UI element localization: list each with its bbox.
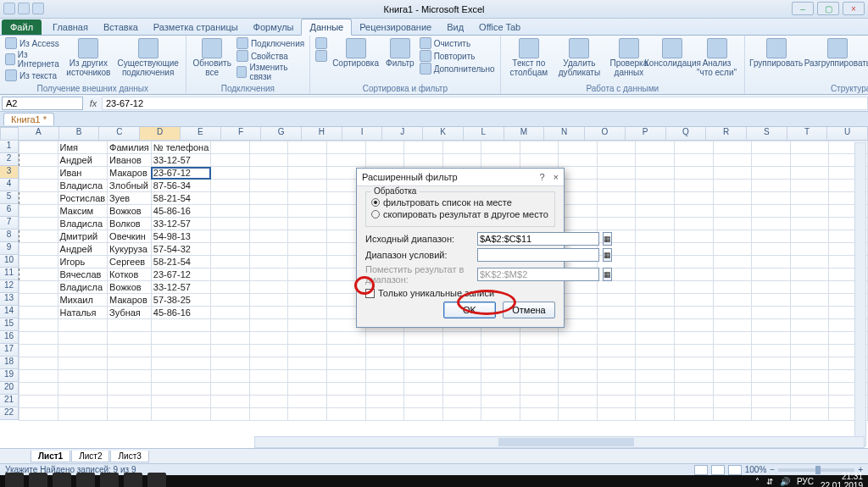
- cell[interactable]: [211, 167, 250, 180]
- cell[interactable]: Макаров: [108, 294, 152, 307]
- cell[interactable]: [597, 294, 636, 307]
- cell[interactable]: [752, 167, 791, 180]
- cell[interactable]: [597, 192, 636, 205]
- cell[interactable]: [636, 268, 675, 281]
- cell[interactable]: [19, 256, 58, 268]
- cell[interactable]: [151, 319, 210, 332]
- cell[interactable]: [58, 357, 108, 370]
- tab-Формулы[interactable]: Формулы: [246, 19, 302, 35]
- cell[interactable]: Дмитрий: [58, 230, 108, 243]
- cell[interactable]: [481, 154, 520, 167]
- cell[interactable]: [211, 141, 250, 154]
- cell[interactable]: [108, 319, 152, 332]
- file-tab[interactable]: Файл: [2, 19, 42, 35]
- cell[interactable]: 33-12-57: [151, 218, 210, 230]
- cell[interactable]: [713, 268, 752, 281]
- cell[interactable]: № телефона: [151, 141, 210, 154]
- minimize-button[interactable]: –: [792, 2, 814, 15]
- cell[interactable]: Иван: [58, 167, 108, 180]
- row-header[interactable]: 21: [0, 395, 19, 407]
- what-if[interactable]: Анализ "что если": [694, 37, 739, 78]
- cell[interactable]: [19, 383, 58, 396]
- tab-Вид[interactable]: Вид: [439, 19, 471, 35]
- cell[interactable]: [288, 268, 327, 281]
- cell[interactable]: [636, 167, 675, 180]
- tray-lang[interactable]: РУС: [797, 477, 814, 486]
- cell[interactable]: [675, 396, 714, 408]
- cell[interactable]: [19, 370, 58, 383]
- cell[interactable]: [675, 370, 714, 383]
- cell[interactable]: [752, 205, 791, 218]
- cell[interactable]: [404, 408, 443, 421]
- cell[interactable]: [559, 396, 598, 408]
- cell[interactable]: [636, 230, 675, 243]
- cell[interactable]: Кукуруза: [108, 243, 152, 256]
- cell[interactable]: Ростислав: [58, 192, 108, 205]
- view-layout-icon[interactable]: [711, 465, 725, 475]
- radio-copy-other[interactable]: скопировать результат в другое место: [371, 209, 549, 219]
- cell[interactable]: [559, 408, 598, 421]
- cell[interactable]: [288, 243, 327, 256]
- cell[interactable]: [713, 294, 752, 307]
- column-headers[interactable]: ABCDEFGHIJKLMNOPQRSTU: [19, 127, 868, 141]
- cell[interactable]: [636, 357, 675, 370]
- cell[interactable]: [249, 243, 288, 256]
- cell[interactable]: [790, 370, 829, 383]
- col-header-J[interactable]: J: [382, 127, 423, 141]
- cell[interactable]: [481, 141, 520, 154]
- cell[interactable]: 87-56-34: [151, 180, 210, 192]
- cell[interactable]: [713, 396, 752, 408]
- cell[interactable]: [249, 357, 288, 370]
- col-header-I[interactable]: I: [342, 127, 383, 141]
- cell[interactable]: [636, 180, 675, 192]
- cell[interactable]: [19, 281, 58, 294]
- cell[interactable]: [675, 307, 714, 319]
- cell[interactable]: [481, 408, 520, 421]
- cell[interactable]: [559, 383, 598, 396]
- cell[interactable]: [752, 408, 791, 421]
- cell[interactable]: [19, 180, 58, 192]
- cell[interactable]: Игорь: [58, 256, 108, 268]
- cell[interactable]: [19, 218, 58, 230]
- cell[interactable]: [790, 281, 829, 294]
- cell[interactable]: [713, 141, 752, 154]
- cell[interactable]: 58-21-54: [151, 192, 210, 205]
- cell[interactable]: [675, 383, 714, 396]
- cell[interactable]: [790, 268, 829, 281]
- cell[interactable]: [675, 243, 714, 256]
- cell[interactable]: [752, 383, 791, 396]
- cell[interactable]: [675, 256, 714, 268]
- cell[interactable]: [211, 218, 250, 230]
- sheet-tab[interactable]: Лист1: [31, 451, 70, 462]
- cell[interactable]: [713, 218, 752, 230]
- cell[interactable]: [211, 345, 250, 357]
- cell[interactable]: Макаров: [108, 167, 152, 180]
- cell[interactable]: [19, 357, 58, 370]
- cell[interactable]: 33-12-57: [151, 281, 210, 294]
- text-to-columns[interactable]: Текст по столбцам: [506, 37, 552, 78]
- tray-up-icon[interactable]: ˄: [755, 477, 760, 486]
- cell[interactable]: [597, 180, 636, 192]
- cell[interactable]: [597, 141, 636, 154]
- cell[interactable]: [597, 383, 636, 396]
- fx-icon[interactable]: fx: [85, 98, 102, 108]
- cell[interactable]: [790, 396, 829, 408]
- cell[interactable]: [752, 218, 791, 230]
- cell[interactable]: [249, 294, 288, 307]
- cell[interactable]: [442, 383, 481, 396]
- sheet-tab[interactable]: Лист2: [71, 451, 109, 462]
- tab-Главная[interactable]: Главная: [45, 19, 96, 35]
- cell[interactable]: [211, 357, 250, 370]
- cell[interactable]: [326, 345, 365, 357]
- from-web[interactable]: Из Интернета: [5, 50, 61, 69]
- col-header-B[interactable]: B: [59, 127, 100, 141]
- cell[interactable]: [636, 141, 675, 154]
- cell[interactable]: [58, 370, 108, 383]
- cell[interactable]: Зуев: [108, 192, 152, 205]
- col-header-P[interactable]: P: [626, 127, 666, 141]
- cell[interactable]: [752, 192, 791, 205]
- cell[interactable]: [520, 345, 559, 357]
- cell[interactable]: [404, 383, 443, 396]
- cell[interactable]: [326, 154, 365, 167]
- tray-network-icon[interactable]: ⇵: [766, 477, 773, 486]
